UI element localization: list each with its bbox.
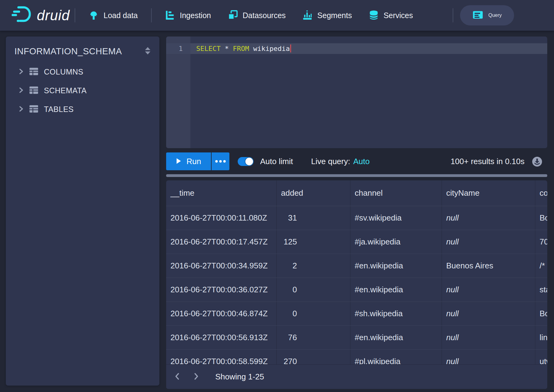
table-cell[interactable]: 2016-06-27T00:00:36.027Z: [166, 278, 276, 302]
more-options-button[interactable]: [212, 152, 229, 170]
tree-item-columns[interactable]: COLUMNS: [6, 63, 159, 81]
table-cell[interactable]: null: [442, 278, 535, 302]
column-header-channel[interactable]: channel: [350, 180, 442, 206]
tree-item-label: COLUMNS: [44, 67, 84, 76]
navbar-divider: [453, 8, 453, 22]
table-cell[interactable]: 76: [276, 326, 350, 349]
table-cell[interactable]: Buenos Aires: [442, 254, 535, 278]
sql-token: *: [220, 45, 233, 52]
table-cell[interactable]: 2016-06-27T00:00:11.080Z: [166, 206, 276, 230]
schema-sidebar: INFORMATION_SCHEMA: [6, 37, 159, 386]
table-cell[interactable]: 2016-06-27T00:00:34.959Z: [166, 254, 276, 278]
table-row: 2016-06-27T00:00:17.457Z125#ja.wikipedia…: [166, 230, 547, 254]
nav-item-label: Load data: [103, 11, 138, 20]
results-header-row: __timeaddedchannelcityNamecomment: [166, 180, 547, 206]
table-cell[interactable]: 2016-06-27T00:00:56.913Z: [166, 326, 276, 349]
chevron-right-icon: [18, 106, 24, 113]
nav-item-ingestion[interactable]: Ingestion: [157, 0, 219, 31]
line-number: 1: [166, 43, 190, 54]
toggle-knob: [245, 158, 253, 165]
navbar-divider: [75, 8, 75, 22]
tree-item-label: TABLES: [44, 105, 74, 114]
dot-icon: [215, 160, 218, 163]
previous-page-button[interactable]: [170, 370, 184, 384]
table-cell[interactable]: 2016-06-27T00:00:46.874Z: [166, 302, 276, 325]
schema-selector[interactable]: INFORMATION_SCHEMA: [6, 37, 159, 63]
table-cell[interactable]: #en.wikipedia: [350, 254, 442, 278]
table-cell[interactable]: link: [535, 326, 547, 349]
console-icon: [472, 10, 483, 21]
chevron-right-icon: [18, 87, 24, 95]
table-cell[interactable]: #en.wikipedia: [350, 326, 442, 349]
chevron-right-icon: [18, 68, 24, 76]
double-caret-icon: [144, 47, 151, 56]
druid-logo-icon: [12, 5, 32, 26]
table-cell[interactable]: #sh.wikipedia: [350, 302, 442, 325]
table-cell[interactable]: null: [442, 230, 535, 254]
datasources-stack-icon: [228, 10, 238, 21]
nav-item-label: Query: [488, 13, 502, 18]
table-cell[interactable]: /* S: [535, 254, 547, 278]
table-icon: [29, 105, 39, 114]
table-cell[interactable]: 31: [276, 206, 350, 230]
table-cell[interactable]: 0: [276, 278, 350, 302]
table-cell[interactable]: sta: [535, 278, 547, 302]
table-cell[interactable]: Bot: [535, 302, 547, 325]
text-cursor: [290, 44, 291, 52]
tree-item-schemata[interactable]: SCHEMATA: [6, 81, 159, 100]
nav-item-datasources[interactable]: Datasources: [219, 0, 294, 31]
schema-tree: COLUMNS SCHEMATA: [6, 63, 159, 119]
table-cell[interactable]: null: [442, 206, 535, 230]
auto-limit-label: Auto limit: [260, 152, 293, 170]
navbar-divider: [151, 8, 152, 22]
brand-wordmark: druid: [37, 7, 70, 24]
column-header-cityName[interactable]: cityName: [442, 180, 535, 206]
database-icon: [369, 10, 379, 21]
download-results-button[interactable]: [532, 156, 542, 167]
table-cell[interactable]: #ja.wikipedia: [350, 230, 442, 254]
table-cell[interactable]: null: [442, 302, 535, 325]
sql-token: SELECT: [196, 45, 220, 52]
tree-item-tables[interactable]: TABLES: [6, 100, 159, 119]
nav-item-label: Services: [384, 11, 413, 20]
sql-editor[interactable]: 1 SELECT * FROM wikipedia: [166, 37, 547, 148]
run-button[interactable]: Run: [166, 152, 211, 170]
table-row: 2016-06-27T00:00:36.027Z0#en.wikipedianu…: [166, 278, 547, 302]
nav-item-services[interactable]: Services: [360, 0, 421, 31]
table-cell[interactable]: 2016-06-27T00:00:17.457Z: [166, 230, 276, 254]
column-header-added[interactable]: added: [276, 180, 350, 206]
table-icon: [29, 67, 39, 77]
table-cell[interactable]: Bot: [535, 206, 547, 230]
upload-icon: [88, 10, 99, 21]
next-page-button[interactable]: [189, 370, 203, 384]
table-cell[interactable]: 0: [276, 302, 350, 325]
table-cell[interactable]: 125: [276, 230, 350, 254]
nav-item-segments[interactable]: Segments: [294, 0, 360, 31]
code-line-content: SELECT * FROM wikipedia: [196, 43, 291, 54]
column-header-__time[interactable]: __time: [166, 180, 276, 206]
table-cell[interactable]: #en.wikipedia: [350, 278, 442, 302]
tree-item-label: SCHEMATA: [44, 86, 87, 95]
results-panel: __timeaddedchannelcityNamecomment 2016-0…: [166, 180, 547, 389]
table-cell[interactable]: 70:: [535, 230, 547, 254]
top-navbar: druid Load data Ingestion: [0, 0, 554, 31]
table-cell[interactable]: 2: [276, 254, 350, 278]
nav-item-load-data[interactable]: Load data: [80, 0, 146, 31]
table-row: 2016-06-27T00:00:34.959Z2#en.wikipediaBu…: [166, 254, 547, 278]
segments-bars-icon: [302, 10, 313, 21]
nav-item-label: Segments: [317, 11, 352, 20]
column-header-comment[interactable]: comment: [535, 180, 547, 206]
live-query-label: Live query:: [311, 157, 350, 166]
table-cell[interactable]: null: [442, 326, 535, 349]
table-cell[interactable]: #sv.wikipedia: [350, 206, 442, 230]
query-toolbar: Run Auto limit Live query:Auto 100+ resu…: [166, 152, 547, 171]
live-query-value[interactable]: Auto: [353, 157, 370, 166]
table-icon: [29, 86, 39, 96]
schema-title: INFORMATION_SCHEMA: [14, 46, 122, 56]
table-row: 2016-06-27T00:00:56.913Z76#en.wikipedian…: [166, 326, 547, 350]
sql-token: FROM: [233, 45, 249, 52]
nav-item-query-active[interactable]: Query: [460, 5, 514, 25]
druid-logo[interactable]: druid: [12, 5, 70, 26]
results-scrollbar[interactable]: [166, 174, 547, 177]
auto-limit-toggle[interactable]: [238, 157, 254, 166]
